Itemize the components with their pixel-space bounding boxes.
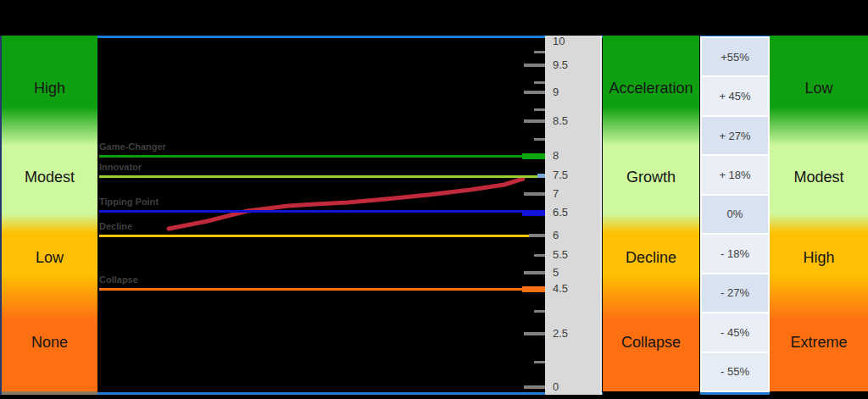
percent-cell--18-: + 18% xyxy=(700,154,770,195)
scale-tick-label-2-5: 2.5 xyxy=(553,327,568,341)
chart-bottom-line xyxy=(97,392,603,395)
left-zone-label-none: None xyxy=(2,333,97,352)
axis-tick-smallblue xyxy=(537,174,545,178)
axis-tick-major xyxy=(524,91,545,94)
scale-tick-label-9: 9 xyxy=(553,86,559,99)
scale-tick-label-5: 5 xyxy=(553,266,559,280)
threshold-label-decline: Decline xyxy=(99,221,132,231)
axis-tick-minor xyxy=(534,138,545,141)
axis-tick-minor xyxy=(534,51,545,53)
left-zone-label-low: Low xyxy=(2,248,97,267)
trend-line xyxy=(169,179,523,229)
threshold-label-innovator: Innovator xyxy=(99,162,142,172)
threshold-label-tipping-point: Tipping Point xyxy=(99,197,159,207)
percent-cell--27-: + 27% xyxy=(700,115,770,156)
trend-zone-label-growth: Growth xyxy=(603,168,699,186)
threshold-label-collapse: Collapse xyxy=(99,274,138,285)
percent-cell--18-: - 18% xyxy=(700,233,770,274)
threshold-line-innovator xyxy=(99,175,537,178)
trend-zone-label-collapse: Collapse xyxy=(603,333,699,352)
percent-column: +55%+ 45%+ 27%+ 18%0%- 18%- 27%- 45%- 55… xyxy=(700,36,770,392)
percent-cell--55-: +55% xyxy=(700,36,770,77)
axis-tick-major xyxy=(524,332,545,335)
axis-tick-green xyxy=(522,153,545,159)
threshold-line-tipping-point xyxy=(99,210,522,213)
percent-cell--45-: - 45% xyxy=(700,312,770,352)
axis-tick-minor xyxy=(534,310,545,313)
risk-zone-label-extreme: Extreme xyxy=(770,333,868,352)
axis-tick-orange xyxy=(522,286,545,292)
threshold-line-collapse xyxy=(99,288,522,291)
chart-top-line xyxy=(97,36,603,38)
left-zone-label-high: High xyxy=(2,79,97,97)
scale-tick-label-8-5: 8.5 xyxy=(553,114,568,128)
axis-tick-major xyxy=(524,192,545,196)
axis-tick-major xyxy=(524,119,545,123)
scale-tick-label-7-5: 7.5 xyxy=(553,169,568,182)
scale-tick-label-5-5: 5.5 xyxy=(553,248,568,262)
left-zone-label-modest: Modest xyxy=(2,168,97,186)
scale-tick-label-0: 0 xyxy=(553,380,559,394)
scale-tick-label-6: 6 xyxy=(553,229,559,242)
threshold-line-game-changer xyxy=(99,155,524,158)
scale-tick-label-6-5: 6.5 xyxy=(553,206,568,219)
risk-zone-label-high: High xyxy=(770,248,868,267)
percent-column-bottom-line xyxy=(700,392,770,395)
axis-tick-minor xyxy=(534,108,545,111)
scale-tick-label-10: 10 xyxy=(553,35,565,48)
adoption-scurve-chart: HighModestLowNone AccelerationGrowthDecl… xyxy=(0,0,868,399)
risk-zone-label-low: Low xyxy=(770,79,868,97)
risk-zone-column: LowModestHighExtreme xyxy=(770,36,868,391)
trend-zone-label-acceleration: Acceleration xyxy=(603,79,699,97)
axis-tick-g6 xyxy=(529,234,545,237)
percent-cell--55-: - 55% xyxy=(700,352,770,392)
percent-cell-0-: 0% xyxy=(700,194,770,235)
threshold-label-game-changer: Game-Changer xyxy=(99,141,166,152)
percent-cell--27-: - 27% xyxy=(700,273,770,313)
axis-tick-minor xyxy=(534,361,545,363)
axis-tick-major xyxy=(524,271,545,274)
threshold-line-decline xyxy=(99,235,529,237)
left-zone-column: HighModestLowNone xyxy=(2,36,97,395)
trend-zone-label-decline: Decline xyxy=(603,248,699,267)
percent-cell--45-: + 45% xyxy=(700,75,770,116)
trend-zone-column: AccelerationGrowthDeclineCollapse xyxy=(603,36,699,391)
axis-tick-minor xyxy=(534,81,545,84)
axis-tick-major xyxy=(524,64,545,67)
axis-tick-blue xyxy=(522,210,545,216)
scale-tick-label-8: 8 xyxy=(553,149,559,163)
scale-tick-label-9-5: 9.5 xyxy=(553,58,568,72)
axis-tick-major xyxy=(524,385,545,389)
risk-zone-label-modest: Modest xyxy=(770,168,868,186)
axis-tick-minor xyxy=(534,254,545,257)
scale-tick-label-7: 7 xyxy=(553,187,559,201)
scale-tick-label-4-5: 4.5 xyxy=(553,282,568,296)
